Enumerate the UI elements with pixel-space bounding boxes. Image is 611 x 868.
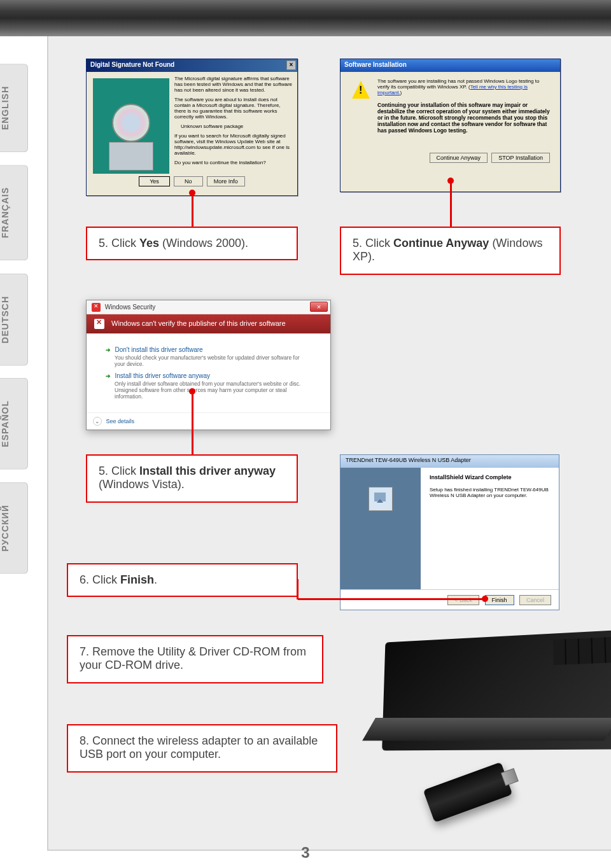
usb-adapter — [423, 762, 513, 822]
dialog-windows-security-vista: Windows Security × ✕ Windows can't verif… — [86, 300, 331, 430]
arrow-icon: ➔ — [106, 373, 111, 379]
dialog-text: Unknown software package — [181, 123, 293, 129]
wizard-body-text: Setup has finished installing TRENDnet T… — [430, 487, 550, 498]
step-bold: Install this driver anyway — [139, 465, 276, 477]
back-button: < Back — [447, 595, 479, 605]
callout-line — [297, 579, 298, 599]
yes-button[interactable]: Yes — [139, 176, 170, 186]
wizard-text-area: InstallShield Wizard Complete Setup has … — [421, 468, 559, 589]
dialog-body: ➔ Don't install this driver software You… — [87, 333, 330, 412]
callout-line — [192, 391, 193, 454]
dialog-titlebar: Digital Signature Not Found × — [87, 59, 297, 72]
step-text: Click — [362, 237, 393, 249]
dialog-title-text: Digital Signature Not Found — [90, 61, 174, 68]
instruction-step-7: 7. Remove the Utility & Driver CD-ROM fr… — [67, 635, 323, 683]
step-number: 8. — [80, 734, 89, 747]
dialog-body: The Microsoft digital signature affirms … — [87, 72, 297, 190]
close-icon[interactable]: × — [310, 302, 328, 312]
option-label: Install this driver software anyway — [115, 372, 211, 379]
callout-line — [298, 598, 482, 600]
dialog-warning-bar: ✕ Windows can't verify the publisher of … — [87, 314, 330, 333]
header-gradient-band — [0, 0, 611, 36]
dialog-text-span: ) — [400, 90, 402, 95]
shield-icon — [92, 303, 101, 312]
dialog-text: The software you are installing has not … — [377, 78, 551, 95]
continue-anyway-button[interactable]: Continue Anyway — [430, 153, 488, 163]
option-description: You should check your manufacturer's web… — [115, 354, 311, 367]
page-number: 3 — [0, 844, 611, 862]
dialog-text: The Microsoft digital signature affirms … — [174, 76, 293, 93]
warning-icon — [352, 81, 370, 99]
step-text: Click — [108, 465, 139, 477]
dialog-installshield-complete: TRENDnet TEW-649UB Wireless N USB Adapte… — [340, 454, 559, 610]
step-text: Click — [89, 573, 120, 586]
cd-icon — [112, 104, 150, 142]
step-text: Click — [108, 237, 139, 249]
step-number: 6. — [80, 573, 89, 586]
wizard-heading: InstallShield Wizard Complete — [430, 474, 550, 480]
dialog-text-bold: Continuing your installation of this sof… — [377, 102, 551, 134]
dialog-software-installation-xp: Software Installation The software you a… — [340, 59, 561, 192]
dialog-text: Do you want to continue the installation… — [174, 160, 293, 165]
dialog-titlebar: Windows Security × — [87, 300, 330, 314]
lang-tab-english[interactable]: ENGLISH — [0, 64, 28, 152]
callout-dot — [482, 596, 488, 602]
wizard-graphic — [341, 468, 421, 589]
step-bold: Yes — [139, 237, 159, 249]
callout-dot — [447, 178, 454, 184]
stop-installation-button[interactable]: STOP Installation — [491, 153, 550, 163]
more-info-button[interactable]: More Info — [207, 176, 245, 186]
step-bold: Finish — [120, 573, 154, 586]
laptop-usb-illustration — [350, 635, 611, 851]
dialog-title-text: Windows Security — [105, 304, 155, 311]
callout-dot — [189, 388, 195, 395]
arrow-icon: ➔ — [106, 347, 111, 353]
no-button[interactable]: No — [174, 176, 203, 186]
laptop-keys — [553, 636, 611, 665]
dialog-text: The software you are about to install do… — [174, 97, 293, 120]
see-details-toggle[interactable]: ⌄ See details — [87, 412, 330, 430]
close-icon[interactable]: × — [286, 60, 296, 70]
option-install-anyway[interactable]: ➔ Install this driver software anyway On… — [106, 372, 311, 400]
instruction-step-5-winxp: 5. Click Continue Anyway (Windows XP). — [340, 227, 561, 275]
dialog-body: InstallShield Wizard Complete Setup has … — [341, 468, 559, 589]
chevron-down-icon: ⌄ — [93, 417, 102, 426]
step-text: (Windows Vista). — [99, 478, 185, 491]
dialog-text: If you want to search for Microsoft digi… — [174, 133, 293, 156]
lang-tab-russian[interactable]: РУССКИЙ — [0, 482, 28, 574]
dialog-title-text: Software Installation — [344, 61, 407, 68]
step-text: Remove the Utility & Driver CD-ROM from … — [80, 645, 306, 671]
finish-button[interactable]: Finish — [485, 595, 514, 605]
instruction-step-5-win2000: 5. Click Yes (Windows 2000). — [86, 227, 298, 260]
option-label: Don't install this driver software — [115, 346, 203, 353]
step-text: (Windows 2000). — [159, 237, 248, 249]
callout-line — [192, 192, 193, 227]
option-dont-install[interactable]: ➔ Don't install this driver software You… — [106, 346, 311, 367]
dialog-body: The software you are installing has not … — [341, 72, 560, 169]
warning-text: Windows can't verify the publisher of th… — [111, 319, 286, 327]
step-text: Connect the wireless adapter to an avail… — [80, 734, 318, 760]
dialog-digital-signature-win2000: Digital Signature Not Found × The Micros… — [86, 59, 298, 196]
callout-line — [450, 180, 452, 227]
language-tabs: ENGLISH FRANÇAIS DEUTSCH ESPAÑOL РУССКИЙ — [0, 64, 28, 574]
lang-tab-espanol[interactable]: ESPAÑOL — [0, 378, 28, 470]
option-description: Only install driver software obtained fr… — [115, 381, 311, 400]
cancel-button: Cancel — [519, 595, 551, 605]
dialog-graphic — [93, 78, 169, 174]
instruction-step-8: 8. Connect the wireless adapter to an av… — [67, 724, 337, 773]
step-bold: Continue Anyway — [393, 237, 489, 249]
dialog-titlebar: TRENDnet TEW-649UB Wireless N USB Adapte… — [341, 455, 559, 468]
step-number: 5. — [99, 465, 108, 477]
step-number: 5. — [353, 237, 362, 249]
step-text: . — [154, 573, 157, 586]
see-details-label: See details — [106, 418, 135, 424]
lang-tab-francais[interactable]: FRANÇAIS — [0, 165, 28, 260]
callout-dot — [189, 190, 195, 196]
shield-x-icon: ✕ — [94, 319, 104, 329]
step-number: 5. — [99, 237, 108, 249]
lang-tab-deutsch[interactable]: DEUTSCH — [0, 274, 28, 366]
instruction-step-5-vista: 5. Click Install this driver anyway (Win… — [86, 454, 298, 503]
instruction-step-6: 6. Click Finish. — [67, 563, 298, 597]
step-number: 7. — [80, 645, 89, 658]
dialog-titlebar: Software Installation — [341, 59, 560, 72]
